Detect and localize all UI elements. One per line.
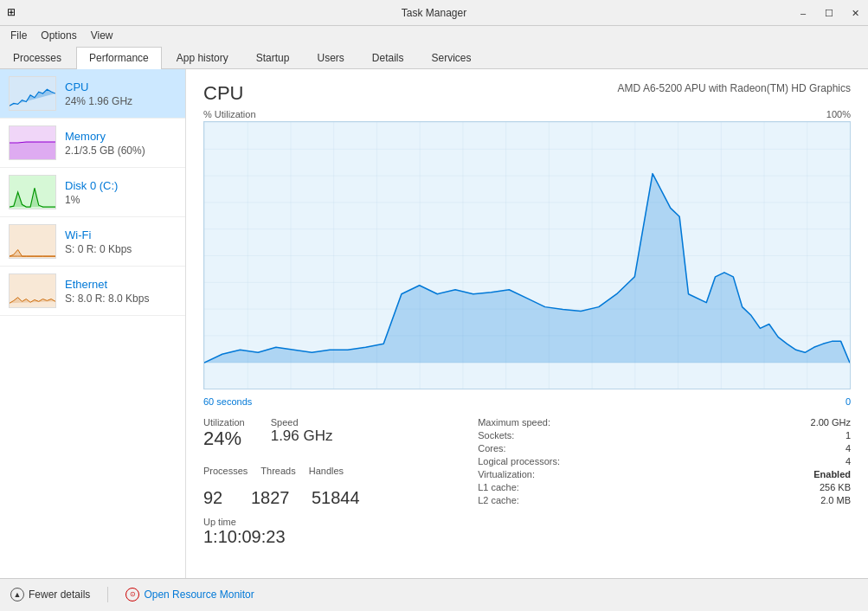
cpu-sidebar-value: 24% 1.96 GHz <box>65 95 177 107</box>
threads-group: Threads <box>260 466 295 476</box>
threads-label: Threads <box>260 466 295 476</box>
menu-view[interactable]: View <box>84 28 120 43</box>
disk-sidebar-value: 1% <box>65 194 177 206</box>
chart-labels: % Utilization 100% <box>203 109 851 119</box>
app-icon: ⊞ <box>7 6 21 20</box>
wifi-sidebar-info: Wi-Fi S: 0 R: 0 Kbps <box>65 228 177 255</box>
disk-sidebar-info: Disk 0 (C:) 1% <box>65 179 177 206</box>
detail-logical-processors: Logical processors: 4 <box>478 456 851 466</box>
window-title: Task Manager <box>402 7 466 19</box>
sidebar-item-ethernet[interactable]: Ethernet S: 8.0 R: 8.0 Kbps <box>0 267 185 316</box>
sidebar-item-memory[interactable]: Memory 2.1/3.5 GB (60%) <box>0 119 185 168</box>
stats-left: Utilization 24% Speed 1.96 GHz Processes… <box>203 417 452 556</box>
ethernet-sidebar-value: S: 8.0 R: 8.0 Kbps <box>65 293 177 305</box>
chart-time-labels: 60 seconds 0 <box>203 396 851 407</box>
fewer-details-label: Fewer details <box>29 588 90 601</box>
speed-value: 1.96 GHz <box>271 428 333 445</box>
ethernet-sidebar-name: Ethernet <box>65 278 177 291</box>
menu-options[interactable]: Options <box>34 28 83 43</box>
utilization-group: Utilization 24% <box>203 417 245 450</box>
handles-group: Handles <box>309 466 344 476</box>
wifi-sidebar-value: S: 0 R: 0 Kbps <box>65 243 177 255</box>
threads-value: 1827 <box>251 488 294 508</box>
detail-l1-cache: L1 cache: 256 KB <box>478 482 851 492</box>
stats-section: Utilization 24% Speed 1.96 GHz Processes… <box>203 417 851 556</box>
handles-value: 51844 <box>312 488 360 508</box>
detail-cores: Cores: 4 <box>478 443 851 453</box>
cpu-model: AMD A6-5200 APU with Radeon(TM) HD Graph… <box>618 82 851 94</box>
detail-max-speed: Maximum speed: 2.00 GHz <box>478 417 851 428</box>
memory-mini-chart <box>9 125 56 160</box>
speed-label: Speed <box>271 417 333 428</box>
tab-performance[interactable]: Performance <box>76 47 162 69</box>
tab-users[interactable]: Users <box>304 47 357 68</box>
memory-sidebar-info: Memory 2.1/3.5 GB (60%) <box>65 130 177 157</box>
memory-sidebar-value: 2.1/3.5 GB (60%) <box>65 145 177 157</box>
menu-file[interactable]: File <box>3 28 34 43</box>
sidebar-item-disk[interactable]: Disk 0 (C:) 1% <box>0 168 185 217</box>
detail-table: Maximum speed: 2.00 GHz Sockets: 1 Cores… <box>478 417 851 505</box>
processes-group: Processes <box>203 466 248 476</box>
tab-app-history[interactable]: App history <box>164 47 241 68</box>
open-resource-monitor-label: Open Resource Monitor <box>144 588 254 601</box>
main-content: CPU 24% 1.96 GHz Memory 2.1/3.5 GB (60%) <box>0 69 868 578</box>
stats-right: Maximum speed: 2.00 GHz Sockets: 1 Cores… <box>478 417 851 556</box>
window-controls: – ☐ ✕ <box>790 0 868 26</box>
uptime-value: 1:10:09:23 <box>203 527 452 547</box>
cpu-header: CPU AMD A6-5200 APU with Radeon(TM) HD G… <box>203 82 851 105</box>
tab-bar: Processes Performance App history Startu… <box>0 45 868 69</box>
title-bar: ⊞ Task Manager – ☐ ✕ <box>0 0 868 26</box>
handles-label: Handles <box>309 466 344 476</box>
resource-monitor-icon: ⊙ <box>125 588 139 601</box>
svg-marker-0 <box>10 142 55 159</box>
maximize-button[interactable]: ☐ <box>816 0 842 26</box>
detail-sockets: Sockets: 1 <box>478 430 851 441</box>
processes-label: Processes <box>203 466 248 476</box>
uptime-group: Up time 1:10:09:23 <box>203 517 452 547</box>
fewer-details-button[interactable]: ▲ Fewer details <box>10 588 90 601</box>
memory-sidebar-name: Memory <box>65 130 177 143</box>
tab-services[interactable]: Services <box>419 47 485 68</box>
tab-details[interactable]: Details <box>359 47 417 68</box>
chart-time-start: 60 seconds <box>203 396 252 407</box>
cpu-panel-title: CPU <box>203 82 243 105</box>
sidebar-item-cpu[interactable]: CPU 24% 1.96 GHz <box>0 69 185 119</box>
chart-max-label: 100% <box>826 109 851 119</box>
cpu-sidebar-name: CPU <box>65 80 177 93</box>
ethernet-sidebar-info: Ethernet S: 8.0 R: 8.0 Kbps <box>65 278 177 305</box>
sidebar-item-wifi[interactable]: Wi-Fi S: 0 R: 0 Kbps <box>0 217 185 267</box>
disk-sidebar-name: Disk 0 (C:) <box>65 179 177 192</box>
open-resource-monitor-button[interactable]: ⊙ Open Resource Monitor <box>125 588 254 601</box>
tab-processes[interactable]: Processes <box>0 47 74 68</box>
chart-time-end: 0 <box>845 396 851 407</box>
bottom-bar: ▲ Fewer details ⊙ Open Resource Monitor <box>0 578 868 609</box>
close-button[interactable]: ✕ <box>842 0 868 26</box>
detail-virtualization: Virtualization: Enabled <box>478 469 851 479</box>
detail-l2-cache: L2 cache: 2.0 MB <box>478 495 851 505</box>
menu-bar: File Options View <box>0 26 868 45</box>
right-panel: CPU AMD A6-5200 APU with Radeon(TM) HD G… <box>186 69 868 578</box>
sidebar: CPU 24% 1.96 GHz Memory 2.1/3.5 GB (60%) <box>0 69 186 578</box>
cpu-chart-area <box>203 121 851 389</box>
minimize-button[interactable]: – <box>790 0 816 26</box>
cpu-chart-svg <box>204 122 850 389</box>
tab-startup[interactable]: Startup <box>243 47 303 68</box>
utilization-value: 24% <box>203 428 245 450</box>
cpu-sidebar-info: CPU 24% 1.96 GHz <box>65 80 177 107</box>
chart-y-label: % Utilization <box>203 109 256 119</box>
uptime-label: Up time <box>203 517 452 527</box>
speed-group: Speed 1.96 GHz <box>271 417 333 450</box>
disk-mini-chart <box>9 175 56 209</box>
wifi-sidebar-name: Wi-Fi <box>65 228 177 241</box>
processes-value: 92 <box>203 488 234 508</box>
utilization-label: Utilization <box>203 417 245 428</box>
fewer-details-icon: ▲ <box>10 588 24 601</box>
wifi-mini-chart <box>9 224 56 259</box>
cpu-mini-chart <box>9 76 56 111</box>
divider <box>107 587 108 602</box>
ethernet-mini-chart <box>9 273 56 308</box>
